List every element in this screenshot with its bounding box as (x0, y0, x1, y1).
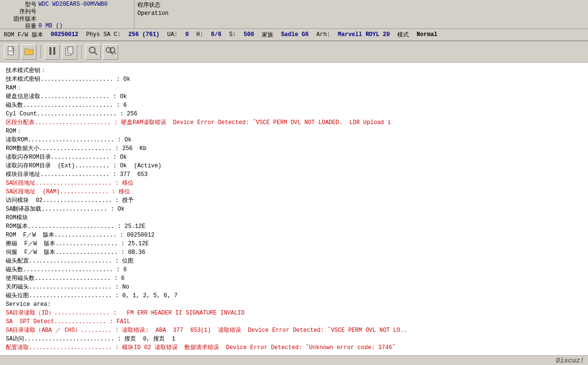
program-status-label: 程序状态 (137, 1, 585, 9)
h-val: 6/6 (211, 31, 221, 38)
right-panel: 程序状态 Operation (135, 0, 588, 28)
pause-icon (49, 47, 56, 57)
content-line: RAM： (6, 84, 582, 92)
content-line: 硬盘信息读取.................... : Ok (6, 92, 582, 101)
capacity-row: 容量 0 MB () (3, 23, 131, 29)
capacity-value: 0 MB () (38, 23, 62, 29)
content-line: 区段分配表...................... : 硬盘RAM读取错误 … (6, 118, 582, 127)
left-panel: 型号 WDC WD20EARS-00MVWB0 序列号 固件版本 容量 0 MB… (0, 0, 135, 28)
physsa-key: Phys SA C: (86, 31, 121, 38)
family-key: 家族 (262, 31, 273, 39)
content-line: ROM： (6, 127, 582, 136)
operation-label: Operation (137, 10, 585, 17)
svg-line-12 (114, 52, 116, 54)
content-line: 访问模块 02.................... : 授予 (6, 196, 582, 205)
search2-button[interactable] (103, 44, 118, 60)
content-line: SA区段地址 (RAM).............. : 移位 (6, 188, 582, 196)
open-file-button[interactable] (21, 44, 37, 60)
content-line: SA翻译器加载................... : Ok (6, 205, 582, 214)
toolbar (0, 41, 588, 63)
status-bar: Discuz! (0, 355, 588, 365)
toolbar-separator-2 (81, 45, 82, 59)
content-line: SA SPT Detect............... : FAIL (6, 317, 582, 326)
copy-icon (65, 46, 74, 58)
search-icon (88, 46, 98, 58)
model-row: 型号 WDC WD20EARS-00MVWB0 (3, 1, 131, 8)
content-line: SA目录读取（ID）................ : FM ERR HEAD… (6, 309, 582, 317)
romfw-key: ROM F/W 版本 (4, 31, 43, 39)
mode-key: 模式 (397, 31, 409, 39)
content-line: ROM数据大小..................... : 256 Kb (6, 144, 582, 153)
search-button[interactable] (86, 44, 101, 60)
content-line: 磁头位图........................ : 0, 1, 2, … (6, 291, 582, 300)
content-line: ROM F／W 版本.................. : 00250012 (6, 231, 582, 239)
content-line: 配置读取........................ : 模块ID 02 读… (6, 343, 582, 352)
search2-icon (105, 46, 116, 58)
content-line: 磁头数.......................... : 6 (6, 265, 582, 274)
s-key: S: (229, 31, 236, 38)
model-value: WDC WD20EARS-00MVWB0 (38, 1, 108, 8)
family-val: Sadle G6 (281, 31, 309, 38)
firmware-row: 固件版本 (3, 15, 131, 22)
ua-key: UA: (167, 31, 178, 38)
content-line: SA访问.......................... : 搜页 0, 搜… (6, 335, 582, 343)
ua-val: 0 (185, 31, 189, 38)
new-file-icon (7, 46, 16, 58)
new-file-button[interactable] (4, 44, 19, 60)
content-line: 关闭磁头........................ : No (6, 283, 582, 291)
main-content[interactable]: 技术模式密钥：技术模式密钥..................... : OkR… (0, 63, 588, 355)
content-line: ROM版本......................... : 25.12E (6, 222, 582, 231)
content-line: 技术模式密钥： (6, 66, 582, 75)
top-info-bar: 型号 WDC WD20EARS-00MVWB0 序列号 固件版本 容量 0 MB… (0, 0, 588, 29)
content-line: 技术模式密钥..................... : Ok (6, 75, 582, 84)
content-line: 读取ROM......................... : Ok (6, 136, 582, 144)
content-line: 使用磁头数...................... : 6 (6, 274, 582, 283)
s-val: 500 (244, 31, 254, 38)
mode-val: Normal (416, 31, 437, 38)
content-line: 读取闪存ROM目录................. : Ok (6, 153, 582, 162)
content-line: SA区段地址...................... : 移位 (6, 179, 582, 188)
discuz-logo: Discuz! (556, 357, 584, 365)
content-line: Service area: (6, 300, 582, 309)
content-line: ROM模块 (6, 214, 582, 222)
capacity-label: 容量 (3, 22, 37, 30)
content-line: 磁头配置........................ : 位图 (6, 257, 582, 265)
romfw-val: 00250012 (51, 31, 79, 38)
content-line: 磁头数.......................... : 6 (6, 101, 582, 110)
svg-line-8 (94, 52, 97, 55)
content-line: 伺服 F／W 版本.................. : 0B.36 (6, 248, 582, 257)
content-line: SA目录读取（ABA ／ CHS）......... : 读取错误: ABA 3… (6, 326, 582, 335)
content-line: 模块目录地址.................... : 377 653 (6, 170, 582, 179)
arch-val: Marvell ROYL 20 (338, 31, 390, 38)
pause-button[interactable] (45, 44, 60, 60)
svg-rect-6 (68, 47, 73, 54)
toolbar-separator-1 (40, 45, 41, 59)
info-bar: ROM F/W 版本 00250012 Phys SA C: 256 (761)… (0, 29, 588, 41)
serial-row: 序列号 (3, 8, 131, 15)
content-line: 读取闪存ROM目录 (Ext).......... : Ok (Active) (6, 162, 582, 170)
arch-key: Arh: (317, 31, 331, 38)
h-key: H: (196, 31, 203, 38)
svg-rect-3 (49, 47, 51, 55)
content-line: Cyl Count....................... : 256 (6, 110, 582, 118)
open-file-icon (24, 47, 34, 57)
svg-rect-4 (53, 47, 55, 55)
copy-button[interactable] (62, 44, 77, 60)
content-line: 擦磁 F／W 版本.................. : 25.12E (6, 239, 582, 248)
physsa-val: 256 (761) (128, 31, 159, 38)
